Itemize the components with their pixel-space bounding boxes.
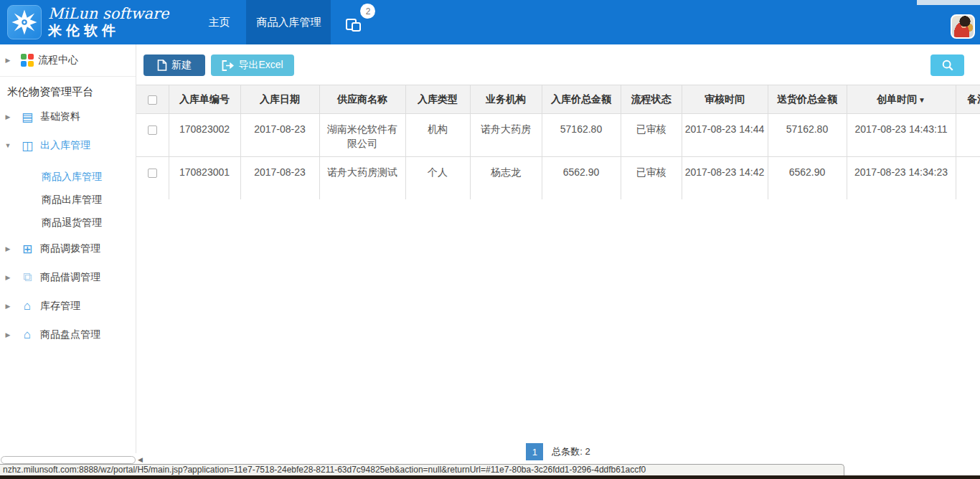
column-header[interactable]: 创单时间▼ xyxy=(847,85,956,114)
new-document-icon xyxy=(157,60,167,71)
sidebar-item-0[interactable]: ▶ ▤ 基础资料 xyxy=(0,103,136,131)
table-cell: 已审核 xyxy=(621,114,682,157)
inventory-house-icon: ⌂ xyxy=(19,299,36,313)
table-cell: 2017-08-23 14:42 xyxy=(682,157,768,200)
process-center-icon xyxy=(21,54,34,67)
sidebar-subitem[interactable]: 商品入库管理 xyxy=(0,166,136,189)
column-header[interactable]: 供应商名称 xyxy=(319,85,405,114)
table-cell: 机构 xyxy=(405,114,470,157)
brand: MiLun software 米伦软件 xyxy=(48,0,169,44)
sidebar-item-1[interactable]: ▼ ◫ 出入库管理 xyxy=(0,131,136,160)
column-header[interactable]: 备注 xyxy=(956,85,980,114)
total-count-label: 总条数: 2 xyxy=(552,445,590,458)
table-cell: 170823002 xyxy=(169,114,240,157)
windows-count-badge: 2 xyxy=(360,4,375,19)
row-select-cell xyxy=(136,157,169,200)
column-header-label: 入库类型 xyxy=(418,93,458,105)
sidebar-item-2[interactable]: ▶ ⊞ 商品调拨管理 xyxy=(0,234,136,263)
inbound-orders-table: 入库单编号入库日期供应商名称入库类型业务机构入库价总金额流程状态审核时间送货价总… xyxy=(136,85,980,199)
window-edge-strip xyxy=(917,0,980,5)
borrow-icon: ⧉ xyxy=(19,270,36,285)
sidebar-menu: ▶ ▤ 基础资料 ▼ ◫ 出入库管理 商品入库管理 商品出库管理 商品退货管理 … xyxy=(0,103,136,349)
column-header[interactable]: 流程状态 xyxy=(621,85,682,114)
table-cell xyxy=(956,157,980,200)
column-header[interactable]: 入库类型 xyxy=(405,85,470,114)
table-row: 1708230012017-08-23诺舟大药房测试个人杨志龙6562.90已审… xyxy=(136,157,980,200)
column-header-label: 供应商名称 xyxy=(337,93,387,105)
export-excel-button[interactable]: 导出Excel xyxy=(211,54,294,76)
table-cell: 个人 xyxy=(405,157,470,200)
sidebar-item-label: 商品盘点管理 xyxy=(40,328,100,341)
column-header-label: 入库单编号 xyxy=(179,93,230,105)
sidebar-subitem-label: 商品入库管理 xyxy=(42,171,102,184)
sidebar-item-3[interactable]: ▶ ⧉ 商品借调管理 xyxy=(0,263,136,292)
new-button[interactable]: 新建 xyxy=(143,54,205,76)
column-header-label: 送货价总金额 xyxy=(777,93,837,105)
pagination: 1 总条数: 2 xyxy=(136,443,980,460)
horizontal-scrollbar-thumb[interactable] xyxy=(1,456,136,464)
compass-star-icon xyxy=(10,8,39,37)
sidebar-item-label: 商品调拨管理 xyxy=(40,242,100,255)
chevron-icon: ▶ xyxy=(0,274,16,281)
row-select-cell xyxy=(136,114,169,157)
export-button-label: 导出Excel xyxy=(238,59,283,72)
chevron-icon: ▶ xyxy=(0,245,16,252)
column-header[interactable]: 业务机构 xyxy=(470,85,542,114)
base-data-icon: ▤ xyxy=(19,110,36,125)
sidebar-subitem[interactable]: 商品出库管理 xyxy=(0,189,136,212)
column-header-label: 入库日期 xyxy=(260,93,300,105)
page-1-button[interactable]: 1 xyxy=(526,443,543,460)
scrollbar-left-arrow-icon[interactable]: ◀ xyxy=(138,456,143,463)
select-all-checkbox[interactable] xyxy=(148,95,157,105)
table-cell: 湖南米伦软件有限公司 xyxy=(319,114,405,157)
toolbar: 新建 导出Excel xyxy=(136,44,980,85)
sidebar-item-label: 基础资料 xyxy=(40,110,80,123)
table-cell xyxy=(956,114,980,157)
table-header-row: 入库单编号入库日期供应商名称入库类型业务机构入库价总金额流程状态审核时间送货价总… xyxy=(136,85,980,114)
transfer-icon: ⊞ xyxy=(19,242,36,257)
user-avatar[interactable] xyxy=(951,14,975,39)
tab-home[interactable]: 主页 xyxy=(192,0,246,44)
sidebar-item-label: 流程中心 xyxy=(38,54,78,67)
column-header[interactable]: 送货价总金额 xyxy=(768,85,847,114)
sort-desc-icon: ▼ xyxy=(918,96,925,104)
column-header-label: 审核时间 xyxy=(705,93,745,105)
open-windows-button[interactable]: 2 xyxy=(344,8,377,37)
tab-goods-inbound[interactable]: 商品入库管理 xyxy=(246,0,331,44)
app-logo xyxy=(7,5,42,39)
in-out-warehouse-icon: ◫ xyxy=(19,138,36,153)
column-header[interactable]: 入库日期 xyxy=(240,85,319,114)
table-cell: 6562.90 xyxy=(542,157,621,200)
table-cell: 6562.90 xyxy=(768,157,847,200)
sidebar-item-process-center[interactable]: ▶ 流程中心 xyxy=(0,46,136,75)
browser-status-url: nzhz.milunsoft.com:8888/wz/portal/H5/mai… xyxy=(0,464,844,475)
sidebar-item-label: 商品借调管理 xyxy=(40,271,100,284)
table-cell: 2017-08-23 xyxy=(240,114,319,157)
table-cell: 57162.80 xyxy=(542,114,621,157)
column-header-label: 备注 xyxy=(967,93,980,105)
sidebar-subitem[interactable]: 商品退货管理 xyxy=(0,212,136,234)
column-header[interactable]: 入库价总金额 xyxy=(542,85,621,114)
row-checkbox[interactable] xyxy=(148,169,157,178)
sidebar-item-5[interactable]: ▶ ⌂ 商品盘点管理 xyxy=(0,321,136,349)
table-cell: 杨志龙 xyxy=(470,157,542,200)
table-cell: 诺舟大药房测试 xyxy=(319,157,405,200)
column-header[interactable]: 审核时间 xyxy=(682,85,768,114)
app-header: MiLun software 米伦软件 主页 商品入库管理 2 xyxy=(0,0,980,44)
column-header-label: 入库价总金额 xyxy=(551,93,611,105)
sidebar-item-4[interactable]: ▶ ⌂ 库存管理 xyxy=(0,292,136,321)
sidebar-divider xyxy=(0,76,136,77)
sidebar-subitem-label: 商品出库管理 xyxy=(42,194,102,207)
table-cell: 已审核 xyxy=(621,157,682,200)
chevron-icon: ▶ xyxy=(0,331,16,338)
table-row: 1708230022017-08-23湖南米伦软件有限公司机构诺舟大药房5716… xyxy=(136,114,980,157)
search-button[interactable] xyxy=(930,54,964,76)
chevron-icon: ▶ xyxy=(0,113,16,120)
new-button-label: 新建 xyxy=(171,59,192,72)
chevron-icon: ▶ xyxy=(0,303,16,310)
column-header[interactable]: 入库单编号 xyxy=(169,85,240,114)
column-header-label: 流程状态 xyxy=(631,93,672,105)
platform-title: 米伦物资管理平台 xyxy=(0,81,136,103)
sidebar-item-label: 出入库管理 xyxy=(40,139,90,152)
row-checkbox[interactable] xyxy=(148,125,157,135)
